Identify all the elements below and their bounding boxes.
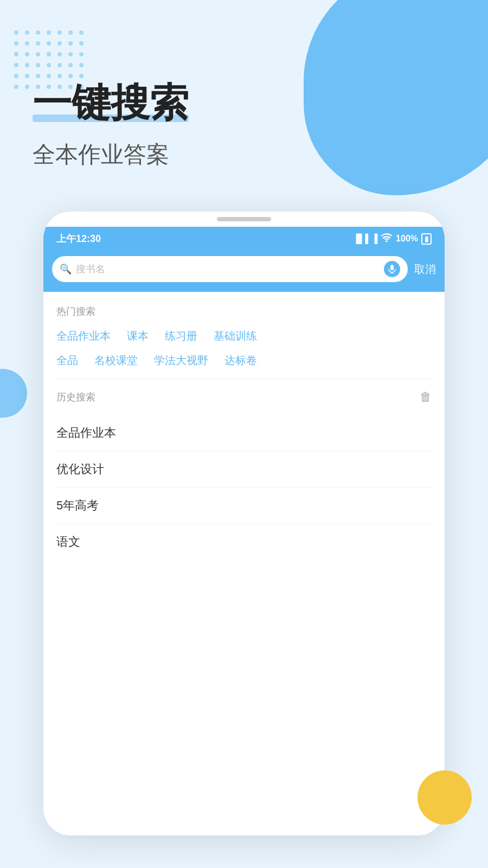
svg-point-32	[57, 74, 62, 78]
svg-point-4	[57, 30, 62, 35]
signal-icon: ▐▌▌▐	[353, 234, 377, 244]
phone-notch-pill	[217, 217, 271, 221]
svg-point-11	[57, 41, 62, 46]
svg-point-36	[25, 85, 29, 89]
hot-search-title: 热门搜索	[56, 305, 432, 318]
hot-search-section: 热门搜索 全品作业本 课本 练习册 基础训练 全品 名校课堂 学法大视野 达标卷	[56, 305, 432, 368]
hot-tag-2[interactable]: 练习册	[165, 329, 197, 343]
svg-point-22	[25, 63, 29, 67]
svg-point-9	[36, 41, 40, 46]
svg-point-18	[57, 52, 62, 56]
history-item-2[interactable]: 5年高考	[56, 488, 432, 524]
hot-tag-1[interactable]: 课本	[127, 329, 149, 343]
history-search-section: 历史搜索 🗑 全品作业本 优化设计 5年高考 语文	[56, 390, 432, 560]
divider	[56, 379, 432, 379]
svg-point-35	[14, 85, 18, 89]
svg-point-3	[47, 30, 51, 35]
svg-point-19	[68, 52, 73, 56]
trash-icon[interactable]: 🗑	[420, 390, 432, 404]
svg-point-8	[25, 41, 29, 46]
battery-text: 100%	[396, 234, 418, 244]
history-item-1[interactable]: 优化设计	[56, 451, 432, 488]
status-time: 上午12:30	[56, 232, 101, 245]
svg-point-7	[14, 41, 18, 46]
search-icon: 🔍	[60, 263, 72, 275]
history-header: 历史搜索 🗑	[56, 390, 432, 404]
svg-rect-42	[390, 265, 394, 270]
svg-point-10	[47, 41, 51, 46]
hot-tag-6[interactable]: 学法大视野	[154, 353, 208, 368]
bg-blob-left	[0, 369, 27, 418]
hero-section: 一键搜索 全本作业答案	[33, 81, 189, 170]
bg-blob-top-right	[304, 0, 488, 195]
search-placeholder: 搜书名	[76, 263, 380, 276]
svg-point-28	[14, 74, 18, 78]
history-item-0[interactable]: 全品作业本	[56, 415, 432, 451]
svg-point-21	[14, 63, 18, 67]
hot-tags-row2: 全品 名校课堂 学法大视野 达标卷	[56, 353, 432, 368]
mic-icon[interactable]	[384, 261, 400, 277]
svg-point-29	[25, 74, 29, 78]
svg-point-26	[68, 63, 73, 67]
hero-subtitle: 全本作业答案	[33, 139, 189, 170]
svg-point-33	[68, 74, 73, 78]
svg-point-6	[79, 30, 84, 35]
hot-tag-3[interactable]: 基础训练	[214, 329, 257, 343]
hot-tag-5[interactable]: 名校课堂	[94, 353, 138, 368]
svg-point-27	[79, 63, 84, 67]
history-item-3[interactable]: 语文	[56, 524, 432, 560]
search-input-box[interactable]: 🔍 搜书名	[52, 256, 408, 282]
hot-tag-0[interactable]: 全品作业本	[56, 329, 111, 343]
svg-point-23	[36, 63, 40, 67]
svg-point-14	[14, 52, 18, 56]
bg-blob-bottom-right	[418, 770, 472, 825]
hot-tags-row1: 全品作业本 课本 练习册 基础训练	[56, 329, 432, 343]
svg-point-0	[14, 30, 18, 35]
svg-point-34	[79, 74, 84, 78]
status-bar: 上午12:30 ▐▌▌▐ 100% ▮	[43, 227, 445, 251]
battery-icon: ▮	[421, 233, 432, 245]
phone-mockup: 上午12:30 ▐▌▌▐ 100% ▮ 🔍 搜书名	[43, 212, 445, 835]
svg-point-30	[36, 74, 40, 78]
svg-point-31	[47, 74, 51, 78]
hot-tag-7[interactable]: 达标卷	[224, 353, 257, 368]
svg-point-5	[68, 30, 73, 35]
svg-point-17	[47, 52, 51, 56]
svg-point-16	[36, 52, 40, 56]
svg-point-24	[47, 63, 51, 67]
svg-point-25	[57, 63, 62, 67]
svg-point-12	[68, 41, 73, 46]
history-search-title: 历史搜索	[56, 391, 95, 404]
svg-point-20	[79, 52, 84, 56]
cancel-button[interactable]: 取消	[414, 262, 436, 277]
phone-notch-bar	[43, 212, 445, 227]
svg-point-2	[36, 30, 40, 35]
svg-point-1	[25, 30, 29, 35]
svg-point-15	[25, 52, 29, 56]
hero-title: 一键搜索	[33, 81, 189, 124]
hot-tag-4[interactable]: 全品	[56, 353, 78, 368]
phone-content: 热门搜索 全品作业本 课本 练习册 基础训练 全品 名校课堂 学法大视野 达标卷…	[43, 292, 445, 573]
svg-point-13	[79, 41, 84, 46]
wifi-icon	[381, 233, 393, 244]
search-bar-area: 🔍 搜书名 取消	[43, 251, 445, 292]
status-right: ▐▌▌▐ 100% ▮	[353, 233, 432, 245]
